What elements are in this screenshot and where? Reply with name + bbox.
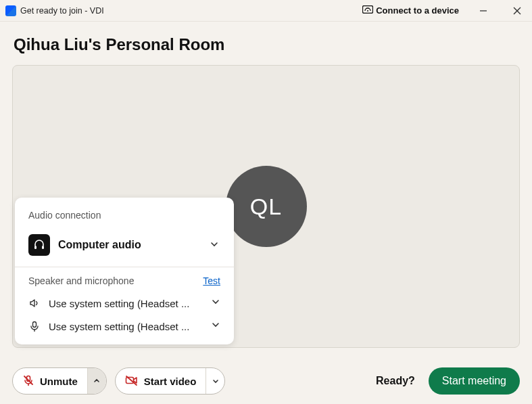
connect-device-label: Connect to a device xyxy=(376,5,459,16)
chevron-down-icon xyxy=(210,240,220,250)
audio-option-label: Computer audio xyxy=(58,239,201,251)
connect-device-button[interactable]: Connect to a device xyxy=(362,5,459,16)
start-video-options-button[interactable] xyxy=(205,368,224,394)
microphone-value: Use system setting (Headset ... xyxy=(49,321,203,332)
speaker-mic-section-label: Speaker and microphone xyxy=(28,275,134,286)
audio-option-computer[interactable]: Computer audio xyxy=(15,230,234,267)
avatar-initials: QL xyxy=(250,194,282,220)
bottom-control-bar: Unmute Start video Ready? Start meeting xyxy=(12,367,520,395)
close-button[interactable] xyxy=(508,3,527,19)
microphone-muted-icon xyxy=(22,374,34,388)
ready-label: Ready? xyxy=(376,375,415,387)
avatar: QL xyxy=(226,166,307,247)
window-title: Get ready to join - VDI xyxy=(20,6,104,16)
room-title: Qihua Liu's Personal Room xyxy=(14,35,520,54)
window-titlebar: Get ready to join - VDI Connect to a dev… xyxy=(0,0,532,22)
chevron-down-icon xyxy=(211,297,220,309)
unmute-pill: Unmute xyxy=(12,367,107,395)
chevron-down-icon xyxy=(211,320,220,332)
audio-popover-title: Audio connection xyxy=(15,210,234,230)
svg-rect-7 xyxy=(33,322,37,328)
svg-point-1 xyxy=(367,10,368,12)
start-video-pill: Start video xyxy=(115,367,226,395)
svg-rect-0 xyxy=(363,6,373,14)
test-audio-link[interactable]: Test xyxy=(203,275,220,286)
unmute-label: Unmute xyxy=(40,376,78,387)
speaker-select[interactable]: Use system setting (Headset ... xyxy=(15,292,234,315)
svg-rect-5 xyxy=(34,246,37,249)
start-video-label: Start video xyxy=(144,376,197,387)
unmute-options-button[interactable] xyxy=(87,368,106,394)
headset-icon xyxy=(28,234,50,256)
camera-off-icon xyxy=(125,374,139,388)
svg-rect-12 xyxy=(126,377,133,383)
unmute-button[interactable]: Unmute xyxy=(13,368,87,394)
speaker-value: Use system setting (Headset ... xyxy=(49,298,203,309)
microphone-select[interactable]: Use system setting (Headset ... xyxy=(15,315,234,338)
app-icon xyxy=(5,5,16,16)
svg-rect-6 xyxy=(42,246,44,249)
speaker-icon xyxy=(28,297,41,309)
cast-icon xyxy=(362,5,373,16)
start-video-button[interactable]: Start video xyxy=(116,368,206,394)
audio-connection-popover: Audio connection Computer audio Speaker … xyxy=(15,198,234,344)
minimize-button[interactable] xyxy=(474,3,493,19)
start-meeting-button[interactable]: Start meeting xyxy=(429,367,520,395)
microphone-icon xyxy=(28,320,41,332)
